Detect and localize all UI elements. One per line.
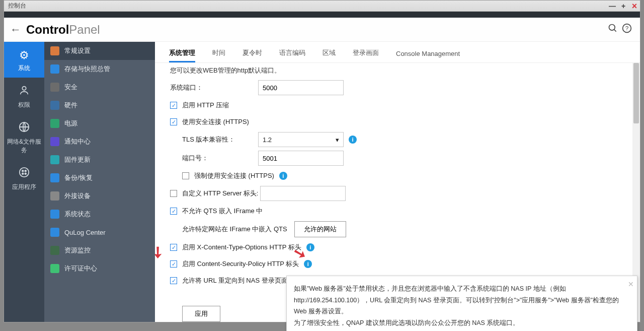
row-force-https: ✓ 强制使用安全连接 (HTTPS) i: [170, 169, 625, 182]
sidebar-item-label: 备份/恢复: [64, 173, 93, 182]
svg-point-8: [25, 170, 26, 172]
sidebar-item-label: 固件更新: [64, 155, 91, 164]
sidebar-item[interactable]: 常规设置: [44, 42, 155, 60]
tooltip-close-icon[interactable]: ✕: [628, 278, 634, 291]
svg-point-9: [22, 173, 24, 174]
rail-item-network[interactable]: 网络&文件服务: [4, 114, 44, 160]
sidebar-item[interactable]: 固件更新: [44, 151, 155, 169]
sidebar-item[interactable]: 外接设备: [44, 187, 155, 205]
sidebar-item-label: 外接设备: [64, 191, 91, 201]
sidebar-item[interactable]: 系统状态: [44, 205, 155, 223]
system-port-input[interactable]: [258, 80, 344, 95]
rail-item-privilege[interactable]: 权限: [4, 78, 44, 114]
checkbox-custom-header[interactable]: ✓: [170, 190, 177, 197]
sidebar-item-label: 资源监控: [64, 246, 91, 255]
window-title: 控制台: [8, 2, 26, 10]
sidebar-item[interactable]: 备份/恢复: [44, 169, 155, 187]
sidebar-item-icon: [50, 228, 59, 237]
tab-dst[interactable]: 夏令时: [243, 43, 262, 62]
checkbox-redirect[interactable]: ✓: [170, 277, 177, 284]
checkbox-force-https[interactable]: ✓: [182, 172, 189, 179]
row-iframe-allow: 允许特定网站在 IFrame 中嵌入 QTS 允许的网站: [170, 221, 625, 237]
sidebar-item-icon: [50, 46, 59, 55]
tab-login-screen[interactable]: 登录画面: [353, 43, 379, 62]
close-button[interactable]: ×: [629, 3, 640, 10]
sidebar-item-label: 许可证中心: [64, 264, 97, 273]
sidebar-item[interactable]: 安全: [44, 78, 155, 96]
gear-icon: ⚙: [6, 49, 42, 62]
sidebar-item[interactable]: 存储与快照总管: [44, 60, 155, 78]
info-icon[interactable]: i: [306, 243, 314, 251]
truncated-desc: 您可以更改WEB管理的http默认端口。: [170, 66, 625, 75]
svg-point-4: [22, 87, 26, 90]
info-icon[interactable]: i: [304, 260, 312, 268]
rail-item-system[interactable]: ⚙ 系统: [4, 42, 44, 78]
sidebar-item-icon: [50, 101, 59, 110]
row-system-port: 系统端口：: [170, 80, 625, 95]
apply-button[interactable]: 应用: [182, 306, 220, 322]
info-icon[interactable]: i: [279, 172, 287, 180]
sidebar-item[interactable]: 硬件: [44, 96, 155, 114]
sidebar-item-icon: [50, 64, 59, 74]
tooltip-line2: 为了增强安全性，QNAP 建议禁用此选项以防向公众公开您的 NAS 系统端口。: [294, 317, 624, 329]
brand-title: ControlPanel: [26, 23, 100, 37]
minimize-button[interactable]: —: [607, 2, 618, 10]
sidebar-item-label: 常规设置: [64, 46, 91, 55]
checkbox-xcto[interactable]: ✓: [170, 244, 177, 251]
checkbox-http-compress[interactable]: ✓: [170, 102, 177, 109]
sidebar-item[interactable]: 许可证中心: [44, 259, 155, 278]
row-csp: ✓ 启用 Content-Security-Policy HTTP 标头 i: [170, 257, 625, 271]
tls-select[interactable]: 1.2 ▾: [258, 132, 344, 147]
help-icon[interactable]: ?: [620, 23, 634, 36]
apps-icon: [6, 167, 42, 181]
sidebar-item-icon: [50, 246, 59, 255]
custom-header-input[interactable]: [260, 186, 346, 201]
sidebar-item-icon: [50, 173, 59, 182]
sidebar-item-icon: [50, 83, 59, 92]
sidebar-item-label: 存储与快照总管: [64, 64, 110, 74]
sidebar: 常规设置存储与快照总管安全硬件电源通知中心固件更新备份/恢复外接设备系统状态Qu…: [44, 42, 155, 322]
row-tls: TLS 版本兼容性： 1.2 ▾ i: [170, 132, 625, 147]
sidebar-item[interactable]: 电源: [44, 114, 155, 133]
sidebar-item-label: QuLog Center: [64, 229, 106, 236]
sidebar-item-icon: [50, 137, 59, 146]
tab-codepage[interactable]: 语言编码: [279, 43, 305, 62]
svg-point-7: [22, 170, 24, 172]
sidebar-item-icon: [50, 155, 59, 164]
info-icon[interactable]: i: [349, 136, 357, 144]
globe-icon: [6, 121, 42, 136]
checkbox-https[interactable]: ✓: [170, 118, 177, 125]
row-http-compress: ✓ 启用 HTTP 压缩: [170, 99, 625, 112]
search-icon[interactable]: [606, 23, 620, 36]
maximize-button[interactable]: +: [618, 2, 629, 10]
title-bar: 控制台 — + ×: [4, 1, 640, 12]
tab-system-mgmt[interactable]: 系统管理: [169, 43, 195, 62]
rail-item-apps[interactable]: 应用程序: [4, 160, 44, 196]
tab-region[interactable]: 区域: [323, 43, 336, 62]
row-https-port: 端口号：: [170, 151, 625, 166]
back-arrow-icon[interactable]: ←: [10, 23, 26, 36]
checkbox-csp[interactable]: ✓: [170, 260, 177, 268]
sidebar-item[interactable]: QuLog Center: [44, 223, 155, 241]
info-tooltip: ✕ 如果"Web 服务器"处于禁用状态，并且您在浏览器中输入了不含系统端口的 N…: [286, 276, 637, 331]
left-rail: ⚙ 系统 权限 网络&文件服务 应用程序: [4, 42, 44, 322]
sidebar-item-icon: [50, 191, 59, 201]
row-https-enable: ✓ 使用安全连接 (HTTPS): [170, 115, 625, 128]
window-tab-strip: [4, 12, 640, 18]
sidebar-item-label: 通知中心: [64, 137, 91, 146]
user-icon: [6, 85, 42, 99]
svg-text:?: ?: [625, 25, 629, 31]
allowed-sites-button[interactable]: 允许的网站: [294, 221, 346, 237]
tab-console-mgmt[interactable]: Console Management: [396, 45, 460, 62]
sidebar-item-label: 电源: [64, 119, 77, 128]
sidebar-item-label: 系统状态: [64, 210, 91, 219]
app-window: 控制台 — + × ← ControlPanel ? ⚙ 系统: [4, 0, 640, 322]
https-port-input[interactable]: [258, 151, 344, 166]
sidebar-item[interactable]: 资源监控: [44, 241, 155, 259]
sidebar-item[interactable]: 通知中心: [44, 133, 155, 151]
svg-point-10: [25, 173, 26, 174]
tab-time[interactable]: 时间: [212, 43, 225, 62]
checkbox-no-iframe[interactable]: ✓: [170, 208, 177, 215]
svg-line-1: [614, 30, 616, 32]
row-no-iframe: ✓ 不允许 QTS 嵌入 IFrame 中: [170, 205, 625, 218]
